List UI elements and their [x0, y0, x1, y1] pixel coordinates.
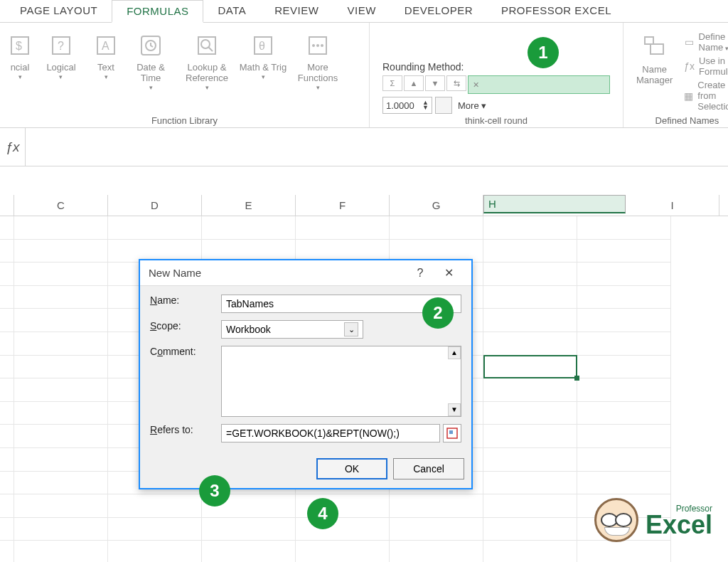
cell[interactable] [483, 216, 577, 240]
cell[interactable] [577, 541, 671, 562]
cell[interactable] [390, 494, 483, 518]
rounding-apply-icon[interactable] [435, 97, 452, 114]
col-D[interactable]: D [108, 195, 202, 216]
col-E[interactable]: E [202, 195, 296, 216]
cell[interactable] [14, 332, 108, 356]
cell[interactable] [577, 309, 671, 332]
tab-page-layout[interactable]: PAGE LAYOUT [6, 0, 112, 22]
dialog-close[interactable]: ✕ [434, 266, 463, 280]
cell[interactable] [577, 356, 671, 379]
scroll-down-icon[interactable]: ▼ [448, 403, 461, 416]
cell[interactable] [14, 448, 108, 472]
cell[interactable] [483, 356, 577, 379]
cell[interactable] [202, 216, 296, 240]
round-opt-3[interactable]: ▼ [425, 75, 445, 91]
col-H[interactable]: H [483, 195, 626, 213]
cell[interactable] [483, 425, 577, 448]
lookup-button[interactable]: Lookup & Reference [178, 26, 236, 91]
col-F[interactable]: F [296, 195, 390, 216]
cell[interactable] [483, 378, 577, 402]
more-functions-button[interactable]: More Functions [290, 26, 346, 91]
define-name-button[interactable]: ▭Define Name [684, 31, 728, 53]
round-opt-4[interactable]: ⇆ [446, 75, 466, 91]
cell[interactable] [108, 494, 202, 518]
cell[interactable] [483, 541, 577, 562]
cell[interactable] [14, 494, 108, 518]
round-opt-1[interactable]: Σ [382, 75, 402, 91]
cell[interactable] [577, 448, 671, 472]
cell[interactable] [202, 518, 296, 541]
ok-button[interactable]: OK [316, 458, 387, 479]
cell[interactable] [14, 286, 108, 309]
tab-review[interactable]: REVIEW [260, 0, 333, 22]
text-button[interactable]: A Text [88, 26, 124, 80]
rounding-precision[interactable]: 1.0000▲▼ [382, 97, 432, 114]
cell[interactable] [577, 378, 671, 402]
cell[interactable] [483, 402, 577, 425]
cell[interactable] [390, 216, 483, 240]
cell[interactable] [483, 518, 577, 541]
tab-data[interactable]: DATA [203, 0, 260, 22]
cell[interactable] [14, 356, 108, 379]
scope-select[interactable]: Workbook⌄ [221, 320, 363, 339]
cell[interactable] [14, 402, 108, 425]
cell[interactable] [483, 494, 577, 518]
cell[interactable] [296, 216, 390, 240]
create-from-selection-button[interactable]: ▦Create from Selection [684, 80, 728, 112]
logical-button[interactable]: ? Logical [37, 26, 85, 80]
cell[interactable] [296, 541, 390, 562]
cancel-button[interactable]: Cancel [393, 458, 464, 479]
cell[interactable] [14, 263, 108, 286]
refers-input[interactable] [221, 424, 440, 442]
datetime-button[interactable]: Date & Time [127, 26, 175, 91]
cell[interactable] [390, 541, 483, 562]
cell[interactable] [14, 425, 108, 448]
cell[interactable] [14, 309, 108, 332]
cell[interactable] [483, 286, 577, 309]
round-opt-2[interactable]: ▲ [404, 75, 424, 91]
scroll-up-icon[interactable]: ▲ [448, 346, 461, 359]
math-button[interactable]: θ Math & Trig [239, 26, 287, 80]
cell[interactable] [483, 472, 577, 495]
tab-view[interactable]: VIEW [333, 0, 390, 22]
tab-formulas[interactable]: FORMULAS [112, 0, 203, 23]
fill-handle[interactable] [574, 376, 579, 381]
comment-input[interactable]: ▲▼ [221, 346, 461, 417]
cell[interactable] [577, 402, 671, 425]
cell[interactable] [577, 286, 671, 309]
cell[interactable] [483, 263, 577, 286]
dialog-help[interactable]: ? [406, 267, 434, 280]
range-picker-icon[interactable] [443, 424, 461, 442]
fx-icon[interactable]: ƒx [0, 128, 26, 166]
cell[interactable] [577, 472, 671, 495]
cell[interactable] [14, 240, 108, 263]
cell[interactable] [577, 240, 671, 263]
round-opt-5[interactable]: ✕ [468, 75, 610, 94]
cell[interactable] [108, 216, 202, 240]
tab-professor-excel[interactable]: PROFESSOR EXCEL [487, 0, 626, 22]
cell[interactable] [14, 472, 108, 495]
cell[interactable] [108, 518, 202, 541]
col-I[interactable]: I [626, 195, 719, 216]
cell[interactable] [577, 216, 671, 240]
use-in-formula-button[interactable]: ƒxUse in Formula [684, 55, 728, 77]
cell[interactable] [14, 518, 108, 541]
col-C[interactable]: C [14, 195, 108, 216]
cell[interactable] [577, 425, 671, 448]
col-G[interactable]: G [390, 195, 483, 216]
cell[interactable] [202, 541, 296, 562]
name-manager-button[interactable]: Name Manager [629, 26, 680, 114]
tab-developer[interactable]: DEVELOPER [390, 0, 487, 22]
cell[interactable] [108, 541, 202, 562]
cell[interactable] [483, 309, 577, 332]
cell[interactable] [577, 263, 671, 286]
cell[interactable] [390, 518, 483, 541]
rounding-more[interactable]: More ▾ [455, 98, 489, 113]
cell[interactable] [483, 448, 577, 472]
cell[interactable] [14, 541, 108, 562]
cell[interactable] [14, 216, 108, 240]
cell[interactable] [483, 332, 577, 356]
cell[interactable] [577, 332, 671, 356]
cell[interactable] [483, 240, 577, 263]
cell[interactable] [14, 378, 108, 402]
